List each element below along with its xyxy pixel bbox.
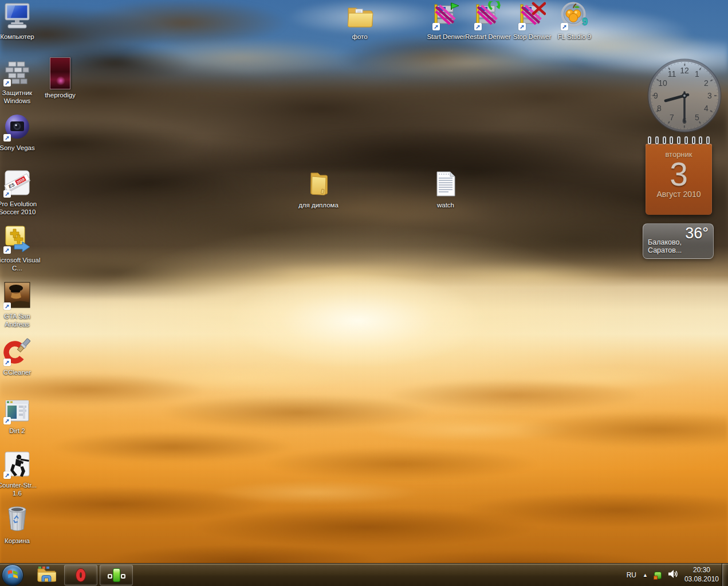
desktop-icon-pes2010[interactable]: 2010 ES ➚ Pro Evolution Soccer 2010	[0, 171, 41, 216]
icon-label: для диплома	[298, 201, 339, 209]
desktop-icon-fl-studio[interactable]: 9 ➚ FL Studio 9	[550, 3, 599, 41]
shortcut-arrow-icon: ➚	[3, 302, 11, 310]
calendar-month-year: Август 2010	[656, 190, 701, 199]
taskbar: RU ▲ 20:30 03.08.2010	[0, 563, 728, 586]
desktop-icon-windows-defender[interactable]: ➚ Защитник Windows	[0, 60, 41, 105]
volume-icon[interactable]	[668, 569, 678, 581]
svg-text:7: 7	[670, 113, 674, 122]
weather-gadget[interactable]: 36° Балаково, Саратов...	[643, 223, 714, 259]
weather-location: Балаково, Саратов...	[648, 238, 713, 254]
desktop-icon-counter-strike[interactable]: ➚ Counter-Str... 1.6	[0, 452, 41, 497]
shortcut-arrow-icon: ➚	[3, 134, 11, 141]
svg-text:3: 3	[707, 91, 712, 100]
desktop-icon-visual-cpp[interactable]: ➚ Microsoft Visual C...	[0, 227, 41, 272]
folder-icon	[346, 5, 373, 31]
icon-label: Start Denwer	[427, 33, 465, 41]
desktop-icon-sony-vegas[interactable]: ➚ Sony Vegas	[0, 115, 41, 152]
wallpaper-dark-cloud-band-upper	[0, 23, 728, 172]
desktop-icon-recycle-bin[interactable]: Корзина	[0, 508, 41, 545]
svg-text:9: 9	[654, 91, 658, 100]
shortcut-arrow-icon: ➚	[3, 417, 11, 424]
svg-text:12: 12	[680, 66, 689, 75]
desktop-icon-foto-folder[interactable]: фото	[336, 3, 384, 41]
desktop-icon-restart-denwer[interactable]: ➚ Restart Denwer	[464, 3, 512, 41]
show-hidden-icons-icon[interactable]: ▲	[643, 572, 648, 578]
system-tray: RU ▲ 20:30 03.08.2010	[627, 564, 719, 586]
icon-label: фото	[352, 33, 367, 41]
icon-label: Restart Denwer	[465, 33, 511, 41]
svg-text:4: 4	[704, 104, 709, 113]
desktop: Компьютер ➚ Защитник Windows theprodigy	[0, 0, 728, 586]
icon-label: Защитник Windows	[0, 89, 41, 105]
windows-explorer-icon	[37, 566, 56, 584]
text-document-icon	[434, 171, 457, 199]
icon-label: Counter-Str... 1.6	[0, 481, 41, 497]
wallpaper-sky-gradient	[0, 0, 728, 586]
shortcut-arrow-icon: ➚	[561, 23, 568, 30]
shortcut-arrow-icon: ➚	[3, 79, 11, 86]
icon-label: Корзина	[5, 537, 30, 545]
svg-text:8: 8	[657, 104, 662, 113]
language-indicator[interactable]: RU	[627, 571, 636, 579]
shortcut-arrow-icon: ➚	[518, 23, 526, 30]
icon-label: FL Studio 9	[558, 33, 591, 41]
icon-label: watch	[437, 201, 454, 209]
svg-text:10: 10	[658, 78, 667, 88]
icon-label: Компьютер	[0, 33, 34, 41]
tray-time: 20:30	[684, 566, 719, 575]
calendar-page: вторник 3 Август 2010	[646, 144, 712, 215]
desktop-icon-dirt2[interactable]: ➚ Dirt 2	[0, 398, 41, 435]
shortcut-arrow-icon: ➚	[3, 359, 11, 366]
show-desktop-button[interactable]	[722, 564, 728, 586]
start-button[interactable]	[2, 564, 23, 586]
wallpaper-cloud-sea-texture	[0, 344, 728, 586]
desktop-icon-watch-document[interactable]: watch	[422, 172, 470, 209]
taskbar-qip-button[interactable]	[100, 565, 133, 585]
clock-gadget[interactable]: 12 1 2 3 4 5 6 7 8 9 10 11	[647, 58, 722, 133]
desktop-icon-diploma-folder[interactable]: для диплома	[294, 172, 343, 209]
open-folder-icon	[305, 171, 332, 199]
svg-text:5: 5	[695, 113, 699, 122]
icon-label: CCleaner	[3, 368, 32, 376]
svg-text:11: 11	[668, 69, 676, 78]
wallpaper-dark-cloud-band-lower	[0, 132, 728, 298]
tray-clock[interactable]: 20:30 03.08.2010	[684, 566, 719, 584]
wallpaper-sun-glow	[0, 0, 728, 586]
taskbar-explorer-button[interactable]	[32, 565, 61, 585]
desktop-icon-start-denwer[interactable]: ➚ Start Denwer	[422, 3, 470, 41]
computer-icon	[3, 2, 31, 31]
qip-tray-icon[interactable]	[654, 572, 662, 579]
desktop-icon-stop-denwer[interactable]: ➚ Stop Denwer	[508, 3, 556, 41]
album-art-thumbnail-icon	[50, 57, 70, 89]
icon-label: Dirt 2	[9, 427, 25, 435]
shortcut-arrow-icon: ➚	[3, 190, 11, 198]
svg-text:1: 1	[695, 69, 699, 78]
calendar-spiral-binding	[648, 136, 710, 145]
desktop-icon-ccleaner[interactable]: ➚ CCleaner	[0, 339, 41, 376]
qip-icon	[113, 568, 120, 582]
recycle-bin-icon	[4, 504, 30, 535]
desktop-icon-computer[interactable]: Компьютер	[0, 3, 41, 41]
icon-label: Pro Evolution Soccer 2010	[0, 200, 41, 216]
calendar-day: 3	[670, 159, 688, 190]
shortcut-arrow-icon: ➚	[3, 246, 11, 254]
icon-label: Sony Vegas	[0, 144, 35, 152]
tray-date: 03.08.2010	[684, 575, 719, 584]
desktop-icon-theprodigy[interactable]: theprodigy	[36, 56, 84, 99]
desktop-icon-gta-san-andreas[interactable]: ➚ GTA San Andreas	[0, 283, 41, 328]
svg-text:9: 9	[582, 16, 588, 27]
windows-logo-icon	[7, 568, 19, 582]
calendar-gadget[interactable]: вторник 3 Август 2010	[646, 136, 712, 215]
shortcut-arrow-icon: ➚	[3, 471, 11, 479]
shortcut-arrow-icon: ➚	[474, 23, 482, 30]
icon-label: GTA San Andreas	[0, 312, 41, 328]
taskbar-opera-button[interactable]	[64, 565, 97, 585]
icon-label: theprodigy	[45, 91, 76, 99]
icon-label: Microsoft Visual C...	[0, 256, 41, 272]
shortcut-arrow-icon: ➚	[432, 23, 440, 30]
svg-text:2: 2	[704, 78, 709, 88]
icon-label: Stop Denwer	[513, 33, 551, 41]
opera-icon	[76, 569, 85, 581]
